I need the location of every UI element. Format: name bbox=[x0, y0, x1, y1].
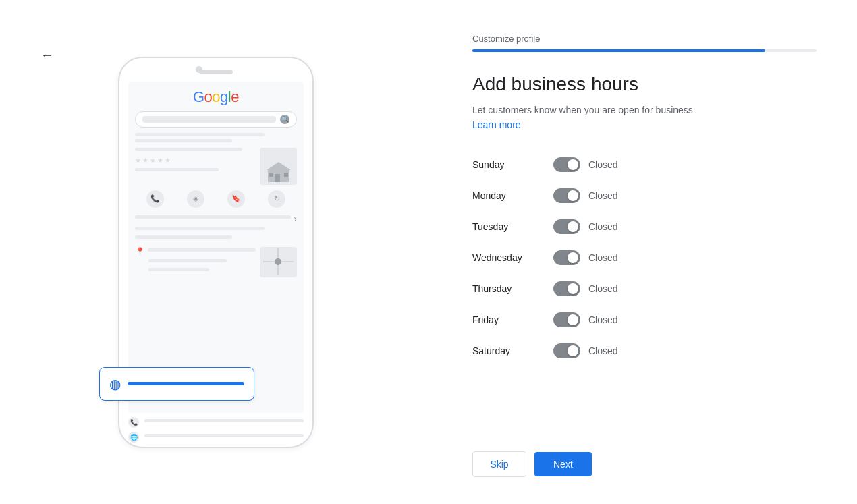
toggle-track-friday bbox=[553, 312, 580, 327]
phone-camera bbox=[196, 66, 202, 73]
address-line-1 bbox=[148, 248, 256, 252]
phone-bottom-area: 📞 🌐 bbox=[128, 413, 304, 447]
card-title-line bbox=[135, 148, 242, 151]
map-area: 📍 bbox=[135, 247, 297, 277]
hours-highlight-bar bbox=[128, 382, 244, 385]
toggle-thumb-thursday bbox=[568, 283, 578, 294]
right-panel: Customize profile Add business hours Let… bbox=[432, 0, 857, 504]
chevron-right-icon: › bbox=[294, 213, 297, 224]
status-saturday: Closed bbox=[588, 345, 618, 356]
phone-mockup: Google 🔍 ★★★★★ bbox=[118, 57, 314, 448]
phone-row-1: 📞 bbox=[128, 417, 304, 428]
call-icon: 📞 bbox=[146, 190, 164, 208]
card-left: ★★★★★ bbox=[135, 148, 254, 185]
svg-rect-2 bbox=[275, 174, 280, 182]
day-name-friday: Friday bbox=[472, 314, 553, 325]
next-button[interactable]: Next bbox=[534, 452, 592, 476]
day-row-monday: Monday Closed bbox=[472, 180, 817, 211]
days-list: Sunday Closed Monday Closed Tuesday bbox=[472, 149, 817, 366]
phone-row-line-1 bbox=[144, 419, 304, 422]
skip-button[interactable]: Skip bbox=[472, 451, 526, 477]
day-name-sunday: Sunday bbox=[472, 159, 553, 170]
section-lines: › bbox=[135, 213, 297, 242]
buttons-row: Skip Next bbox=[472, 451, 817, 477]
toggle-track-tuesday bbox=[553, 219, 580, 234]
clock-icon: ◍ bbox=[109, 376, 121, 392]
status-thursday: Closed bbox=[588, 283, 618, 294]
phone-row-icon-2: 🌐 bbox=[128, 432, 139, 443]
phone-row-icon-1: 📞 bbox=[128, 417, 139, 428]
day-name-wednesday: Wednesday bbox=[472, 252, 553, 263]
status-sunday: Closed bbox=[588, 159, 618, 170]
share-icon: ↻ bbox=[268, 190, 285, 208]
day-name-saturday: Saturday bbox=[472, 345, 553, 356]
phone-speaker bbox=[199, 70, 233, 74]
toggle-thumb-friday bbox=[568, 314, 578, 325]
toggle-thumb-tuesday bbox=[568, 221, 578, 232]
day-row-saturday: Saturday Closed bbox=[472, 335, 817, 366]
business-card: ★★★★★ bbox=[135, 148, 297, 185]
day-row-friday: Friday Closed bbox=[472, 304, 817, 335]
toggle-track-wednesday bbox=[553, 250, 580, 265]
toggle-thumb-saturday bbox=[568, 345, 578, 356]
svg-point-8 bbox=[275, 258, 281, 265]
toggle-track-thursday bbox=[553, 281, 580, 296]
map-left: 📍 bbox=[135, 247, 256, 277]
search-input-mock bbox=[142, 116, 276, 123]
phone-screen: Google 🔍 ★★★★★ bbox=[128, 82, 304, 413]
search-icon: 🔍 bbox=[280, 115, 289, 124]
learn-more-link[interactable]: Learn more bbox=[472, 119, 817, 130]
svg-rect-3 bbox=[269, 173, 273, 177]
status-monday: Closed bbox=[588, 190, 618, 201]
toggle-wednesday[interactable] bbox=[553, 250, 580, 265]
section-line-3 bbox=[135, 235, 232, 239]
back-button[interactable]: ← bbox=[40, 47, 54, 63]
progress-label: Customize profile bbox=[472, 34, 817, 44]
save-icon: 🔖 bbox=[227, 190, 245, 208]
day-name-tuesday: Tuesday bbox=[472, 221, 553, 232]
progress-section: Customize profile bbox=[472, 34, 817, 52]
section-line-2 bbox=[135, 227, 265, 230]
section-line-1 bbox=[135, 215, 291, 219]
page-title: Add business hours bbox=[472, 72, 817, 96]
day-name-thursday: Thursday bbox=[472, 283, 553, 294]
map-thumbnail bbox=[260, 247, 297, 277]
map-pin-icon: 📍 bbox=[135, 247, 145, 256]
hours-callout: ◍ bbox=[99, 367, 254, 401]
google-logo: Google bbox=[135, 88, 297, 106]
search-bar: 🔍 bbox=[135, 111, 297, 128]
day-row-sunday: Sunday Closed bbox=[472, 149, 817, 180]
progress-bar-container bbox=[472, 49, 817, 52]
card-line-3 bbox=[135, 168, 219, 171]
toggle-sunday[interactable] bbox=[553, 157, 580, 172]
toggle-monday[interactable] bbox=[553, 188, 580, 203]
toggle-track-sunday bbox=[553, 157, 580, 172]
stars-row: ★★★★★ bbox=[135, 157, 254, 164]
address-line-3 bbox=[148, 268, 209, 271]
result-line-1 bbox=[135, 133, 265, 136]
status-wednesday: Closed bbox=[588, 252, 618, 263]
action-icons-row: 📞 ◈ 🔖 ↻ bbox=[135, 190, 297, 208]
day-row-thursday: Thursday Closed bbox=[472, 273, 817, 304]
toggle-track-monday bbox=[553, 188, 580, 203]
toggle-track-saturday bbox=[553, 343, 580, 358]
phone-row-line-2 bbox=[144, 434, 304, 437]
status-friday: Closed bbox=[588, 314, 618, 325]
directions-icon: ◈ bbox=[187, 190, 204, 208]
address-line-2 bbox=[148, 259, 227, 262]
progress-bar-fill bbox=[472, 49, 765, 52]
toggle-thumb-wednesday bbox=[568, 252, 578, 263]
toggle-thursday[interactable] bbox=[553, 281, 580, 296]
toggle-thumb-sunday bbox=[568, 159, 578, 170]
svg-rect-4 bbox=[284, 173, 288, 177]
status-tuesday: Closed bbox=[588, 221, 618, 232]
toggle-tuesday[interactable] bbox=[553, 219, 580, 234]
day-name-monday: Monday bbox=[472, 190, 553, 201]
subtitle: Let customers know when you are open for… bbox=[472, 105, 817, 115]
toggle-friday[interactable] bbox=[553, 312, 580, 327]
result-line-2 bbox=[135, 139, 232, 142]
toggle-saturday[interactable] bbox=[553, 343, 580, 358]
toggle-thumb-monday bbox=[568, 190, 578, 201]
day-row-wednesday: Wednesday Closed bbox=[472, 242, 817, 273]
store-icon bbox=[260, 148, 297, 185]
